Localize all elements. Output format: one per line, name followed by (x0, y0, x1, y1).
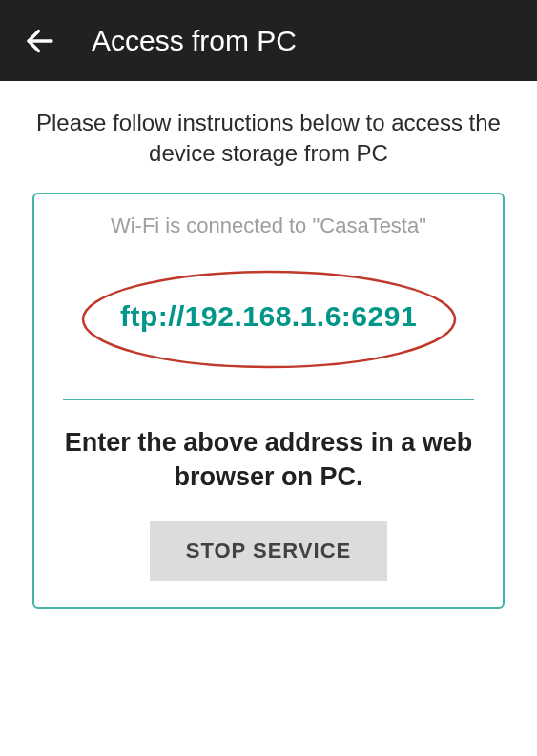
content-area: Please follow instructions below to acce… (0, 81, 537, 632)
button-row: STOP SERVICE (53, 521, 484, 581)
back-arrow-icon[interactable] (17, 18, 63, 64)
ftp-address-text: ftp://192.168.1.6:6291 (120, 300, 417, 333)
wifi-status-text: Wi-Fi is connected to "CasaTesta" (53, 214, 484, 238)
address-container: ftp://192.168.1.6:6291 (53, 300, 484, 333)
page-title: Access from PC (92, 25, 297, 57)
stop-service-button[interactable]: STOP SERVICE (150, 521, 387, 581)
enter-address-text: Enter the above address in a web browser… (53, 425, 484, 495)
app-header: Access from PC (0, 0, 537, 81)
connection-card: Wi-Fi is connected to "CasaTesta" ftp://… (32, 193, 505, 609)
divider (63, 399, 474, 400)
instructions-text: Please follow instructions below to acce… (23, 108, 514, 193)
